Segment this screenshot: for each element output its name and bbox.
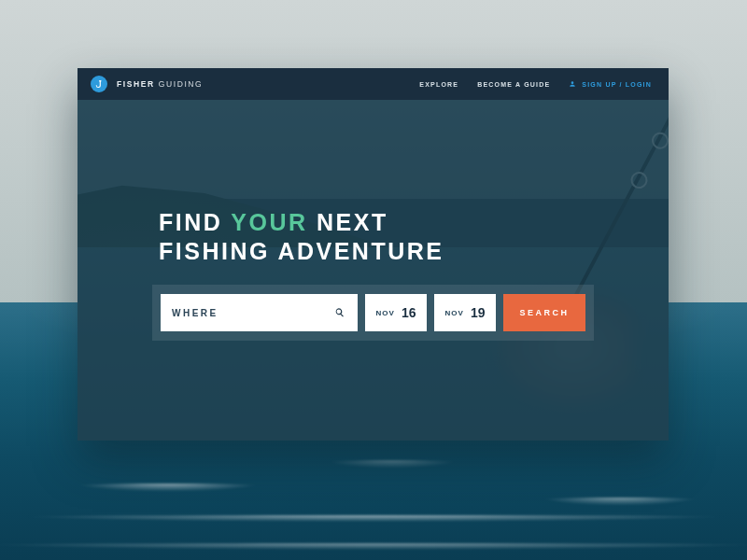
headline-text: NEXT [308,209,388,235]
nav: EXPLORE BECOME A GUIDE SIGN UP / LOGIN [419,80,652,88]
search-bar: NOV 16 NOV 19 SEARCH [152,285,594,341]
search-button[interactable]: SEARCH [503,294,585,331]
where-input[interactable] [172,308,326,318]
logo-badge[interactable] [91,76,107,92]
start-day: 16 [402,305,416,320]
start-month: NOV [376,309,395,317]
end-date[interactable]: NOV 19 [434,294,496,331]
where-field[interactable] [161,294,358,331]
brand-wordmark[interactable]: FISHER GUIDING [117,79,203,89]
hero-card: FISHER GUIDING EXPLORE BECOME A GUIDE SI… [78,68,669,441]
nav-auth-label: SIGN UP / LOGIN [582,81,652,88]
bg-wave [508,497,732,509]
nav-become-guide[interactable]: BECOME A GUIDE [477,81,550,88]
nav-explore[interactable]: EXPLORE [419,81,458,88]
headline-accent: YOUR [231,209,307,235]
end-month: NOV [445,309,464,317]
fish-hook-icon [94,79,105,90]
brand-primary: FISHER [117,79,155,89]
nav-auth[interactable]: SIGN UP / LOGIN [569,80,652,88]
start-date[interactable]: NOV 16 [365,294,427,331]
user-icon [569,80,576,88]
page-backdrop: FISHER GUIDING EXPLORE BECOME A GUIDE SI… [0,0,747,560]
hero-headline: FIND YOUR NEXT FISHING ADVENTURE [159,208,594,265]
headline-line-1: FIND YOUR NEXT [159,208,594,237]
headline-text: FIND [159,209,231,235]
headline-line-2: FISHING ADVENTURE [159,237,594,266]
bg-wave [37,483,299,495]
search-icon [333,306,346,319]
topbar: FISHER GUIDING EXPLORE BECOME A GUIDE SI… [78,68,669,100]
bg-wave [299,460,486,471]
brand-secondary: GUIDING [159,79,204,89]
end-day: 19 [471,305,486,320]
